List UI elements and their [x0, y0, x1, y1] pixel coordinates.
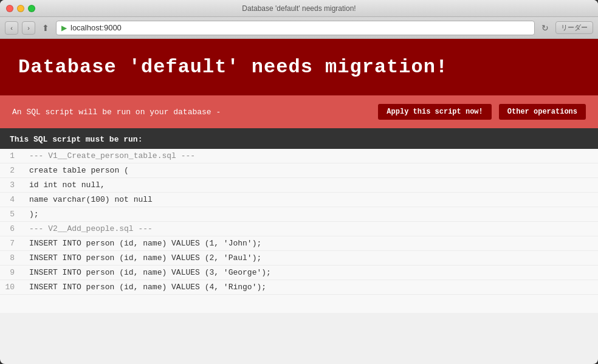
browser-window: Database 'default' needs migration! ‹ › …	[0, 0, 598, 364]
line-code: INSERT INTO person (id, name) VALUES (1,…	[24, 239, 266, 248]
title-bar-buttons	[6, 5, 35, 12]
line-code: --- V2__Add_people.sql ---	[24, 224, 157, 233]
alert-text: An SQL script will be run on your databa…	[12, 108, 371, 117]
table-row: 7INSERT INTO person (id, name) VALUES (1…	[0, 236, 598, 251]
line-number: 8	[0, 253, 24, 263]
line-number: 10	[0, 283, 24, 292]
sql-header-text: This SQL script must be run:	[10, 135, 142, 144]
line-code: INSERT INTO person (id, name) VALUES (4,…	[24, 283, 271, 292]
line-code: --- V1__Create_person_table.sql ---	[24, 151, 200, 160]
back-button[interactable]: ‹	[5, 21, 18, 35]
reload-button[interactable]: ↻	[538, 21, 552, 35]
table-row: 5);	[0, 207, 598, 222]
close-button[interactable]	[6, 5, 13, 12]
maximize-button[interactable]	[28, 5, 35, 12]
url-bar[interactable]: ▶ localhost:9000	[56, 21, 535, 35]
page-header: Database 'default' needs migration!	[0, 39, 598, 95]
line-code: INSERT INTO person (id, name) VALUES (3,…	[24, 268, 276, 277]
line-number: 6	[0, 224, 24, 233]
line-number: 1	[0, 151, 24, 160]
line-number: 9	[0, 268, 24, 277]
secure-icon: ▶	[61, 24, 67, 32]
line-code: INSERT INTO person (id, name) VALUES (2,…	[24, 253, 266, 263]
table-row: 8INSERT INTO person (id, name) VALUES (2…	[0, 251, 598, 266]
line-code: id int not null,	[24, 180, 110, 190]
line-code: );	[24, 210, 44, 219]
apply-script-button[interactable]: Apply this script now!	[378, 104, 491, 120]
address-bar: ‹ › ⬆ ▶ localhost:9000 ↻ リーダー	[0, 17, 598, 39]
title-bar: Database 'default' needs migration!	[0, 0, 598, 17]
table-row: 10INSERT INTO person (id, name) VALUES (…	[0, 280, 598, 295]
share-button[interactable]: ⬆	[39, 21, 52, 35]
table-row: 9INSERT INTO person (id, name) VALUES (3…	[0, 266, 598, 280]
other-operations-button[interactable]: Other operations	[499, 104, 586, 120]
line-number: 7	[0, 239, 24, 248]
sql-section-header: This SQL script must be run:	[0, 128, 598, 149]
reader-button[interactable]: リーダー	[555, 21, 593, 34]
page-content: Database 'default' needs migration! An S…	[0, 39, 598, 313]
sql-body: 1--- V1__Create_person_table.sql ---2cre…	[0, 149, 598, 295]
minimize-button[interactable]	[17, 5, 24, 12]
table-row: 2create table person (	[0, 163, 598, 178]
line-code: create table person (	[24, 166, 134, 175]
line-number: 3	[0, 180, 24, 190]
table-row: 4 name varchar(100) not null	[0, 193, 598, 207]
table-row: 6--- V2__Add_people.sql ---	[0, 222, 598, 236]
line-code: name varchar(100) not null	[24, 195, 157, 204]
line-number: 2	[0, 166, 24, 175]
line-number: 5	[0, 210, 24, 219]
table-row: 1--- V1__Create_person_table.sql ---	[0, 149, 598, 163]
line-number: 4	[0, 195, 24, 204]
window-title: Database 'default' needs migration!	[242, 4, 356, 13]
sql-footer	[0, 295, 598, 313]
forward-button[interactable]: ›	[22, 21, 35, 35]
alert-bar: An SQL script will be run on your databa…	[0, 95, 598, 128]
table-row: 3 id int not null,	[0, 178, 598, 193]
url-text: localhost:9000	[70, 23, 122, 32]
page-title: Database 'default' needs migration!	[18, 56, 580, 78]
